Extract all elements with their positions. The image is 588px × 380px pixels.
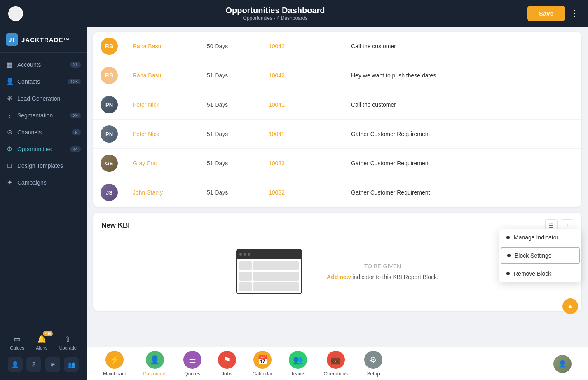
- sidebar-add-icon[interactable]: ⊕: [45, 357, 60, 372]
- sidebar-item-segmentation[interactable]: ⋮ Segmentation 29: [0, 107, 87, 124]
- tab-jobs[interactable]: ⚑ Jobs: [210, 347, 244, 380]
- setup-label: Setup: [367, 371, 380, 377]
- manage-indicator-label: Manage Indicator: [514, 234, 558, 241]
- sidebar-alerts[interactable]: 🔔 269 Alerts: [33, 333, 51, 352]
- tab-operations[interactable]: 💼 Operations: [315, 347, 356, 380]
- person-name: Gray Eric: [133, 160, 157, 167]
- opportunities-badge: 44: [70, 146, 81, 152]
- tab-setup[interactable]: ⚙ Setup: [356, 347, 391, 380]
- table-row[interactable]: GE Gray Eric 51 Days 10033 Gather Custom…: [93, 149, 581, 178]
- accounts-icon: ▦: [6, 61, 13, 68]
- back-button[interactable]: ←: [8, 6, 23, 21]
- dropdown-manage-indicator[interactable]: Manage Indicator: [499, 229, 581, 246]
- days-text: 51 Days: [207, 101, 228, 108]
- scroll-top-button[interactable]: ▲: [562, 298, 578, 314]
- avatar: RB: [101, 38, 118, 55]
- sidebar-item-channels[interactable]: ⊝ Channels 9: [0, 124, 87, 141]
- channels-icon: ⊝: [6, 128, 13, 136]
- contacts-badge: 126: [68, 79, 81, 84]
- kbi-to-be-given: TO BE GIVEN: [327, 263, 438, 270]
- mainboard-icon: ⚡: [105, 351, 124, 369]
- sidebar-item-accounts[interactable]: ▦ Accounts 21: [0, 56, 87, 73]
- page-title: Opportunities Dashboard: [225, 6, 325, 15]
- sidebar-profile-icon[interactable]: 👤: [8, 357, 23, 372]
- dropdown-block-settings[interactable]: Block Settings: [501, 247, 580, 264]
- ticket-link[interactable]: 10032: [269, 189, 285, 196]
- kbi-text-area: TO BE GIVEN Add new indicator to this KB…: [327, 263, 438, 280]
- action-text: Call the customer: [351, 101, 396, 108]
- avatar: JS: [101, 184, 118, 201]
- ticket-link[interactable]: 10042: [269, 72, 285, 79]
- more-menu-button[interactable]: ⋮: [570, 8, 580, 19]
- table-row[interactable]: PN Peter Nick 51 Days 10041 Gather Custo…: [93, 120, 581, 149]
- alerts-badge: 269: [43, 331, 53, 336]
- table-row[interactable]: RB Rana Basu 51 Days 10042 Hey we want t…: [93, 61, 581, 90]
- scrollable-content[interactable]: RB Rana Basu 50 Days 10042 Call the cust…: [87, 27, 588, 347]
- sidebar-guides[interactable]: ▭ Guides: [7, 333, 28, 352]
- sidebar-bottom: ▭ Guides 🔔 269 Alerts ⇧ Upgrade 👤 $ ⊕ 👥: [0, 326, 87, 380]
- header-right-controls: Save ⋮: [527, 6, 580, 21]
- calendar-label: Calendar: [253, 371, 273, 377]
- days-text: 51 Days: [207, 72, 228, 79]
- upgrade-icon: ⇧: [65, 335, 71, 344]
- sidebar-item-design-templates[interactable]: □ Design Templates: [0, 157, 87, 174]
- action-text: Gather Customer Requirement: [351, 189, 430, 196]
- ticket-link[interactable]: 10042: [269, 43, 285, 49]
- avatar: GE: [101, 155, 118, 172]
- sidebar-label-contacts: Contacts: [17, 78, 40, 85]
- tab-quotes[interactable]: ☰ Quotes: [175, 347, 210, 380]
- table-row[interactable]: PN Peter Nick 51 Days 10041 Call the cus…: [93, 90, 581, 120]
- ticket-link[interactable]: 10041: [269, 131, 285, 137]
- avatar: PN: [101, 125, 118, 143]
- sidebar-item-lead-generation[interactable]: ✳ Lead Generation: [0, 90, 87, 107]
- sidebar-item-opportunities[interactable]: ⚙ Opportunities 44: [0, 141, 87, 157]
- quotes-icon: ☰: [183, 351, 201, 369]
- sidebar-dollar-icon[interactable]: $: [26, 357, 41, 372]
- contacts-icon: 👤: [6, 77, 13, 85]
- table-row[interactable]: RB Rana Basu 50 Days 10042 Call the cust…: [93, 32, 581, 61]
- sidebar-label-opportunities: Opportunities: [17, 146, 52, 152]
- sidebar-nav: ▦ Accounts 21 👤 Contacts 126 ✳ Lead Gene…: [0, 53, 87, 326]
- upgrade-label: Upgrade: [59, 345, 77, 350]
- calendar-icon: 📅: [253, 351, 272, 369]
- customers-label: Customers: [143, 371, 167, 377]
- opportunities-table: RB Rana Basu 50 Days 10042 Call the cust…: [93, 32, 581, 207]
- teams-label: Teams: [291, 371, 305, 377]
- tab-mainboard[interactable]: ⚡ Mainboard: [95, 347, 135, 380]
- operations-icon: 💼: [327, 351, 345, 369]
- person-name: Peter Nick: [133, 101, 159, 108]
- dropdown-remove-block[interactable]: Remove Block: [499, 265, 581, 282]
- sidebar-team-icon[interactable]: 👥: [64, 357, 79, 372]
- kbi-add-suffix: indicator to this KBI Report Block.: [351, 274, 438, 280]
- table-row[interactable]: JS John Stanly 51 Days 10032 Gather Cust…: [93, 178, 581, 207]
- sidebar-bottom-nav: ▭ Guides 🔔 269 Alerts ⇧ Upgrade: [0, 331, 87, 354]
- person-name: Rana Basu: [133, 72, 161, 79]
- tab-customers[interactable]: 👤 Customers: [135, 347, 175, 380]
- tab-calendar[interactable]: 📅 Calendar: [244, 347, 281, 380]
- days-text: 51 Days: [207, 131, 228, 137]
- action-text: Hey we want to push these dates.: [351, 72, 438, 79]
- sidebar-label-design-templates: Design Templates: [17, 162, 63, 169]
- days-text: 51 Days: [207, 189, 228, 196]
- ticket-link[interactable]: 10041: [269, 101, 285, 108]
- tab-user-avatar[interactable]: 👤: [545, 352, 580, 376]
- accounts-badge: 21: [70, 62, 81, 68]
- sidebar-label-campaigns: Campaigns: [17, 179, 47, 186]
- main-layout: JT JACKTRADE™ ▦ Accounts 21 👤 Contacts 1…: [0, 27, 588, 380]
- logo-icon: JT: [6, 33, 18, 46]
- person-name: John Stanly: [133, 189, 163, 196]
- sidebar-upgrade[interactable]: ⇧ Upgrade: [56, 333, 80, 352]
- ticket-link[interactable]: 10033: [269, 160, 285, 167]
- opportunities-icon: ⚙: [6, 145, 13, 153]
- save-button[interactable]: Save: [527, 6, 565, 21]
- design-templates-icon: □: [6, 162, 13, 169]
- sidebar-label-channels: Channels: [17, 129, 42, 136]
- setup-icon: ⚙: [364, 351, 382, 369]
- days-text: 50 Days: [207, 43, 228, 49]
- add-link[interactable]: Add new: [327, 274, 351, 280]
- sidebar-label-accounts: Accounts: [17, 61, 41, 68]
- sidebar-item-campaigns[interactable]: ✦ Campaigns: [0, 174, 87, 191]
- sidebar-item-contacts[interactable]: 👤 Contacts 126: [0, 73, 87, 90]
- action-text: Gather Customer Requirement: [351, 160, 430, 167]
- tab-teams[interactable]: 👥 Teams: [281, 347, 315, 380]
